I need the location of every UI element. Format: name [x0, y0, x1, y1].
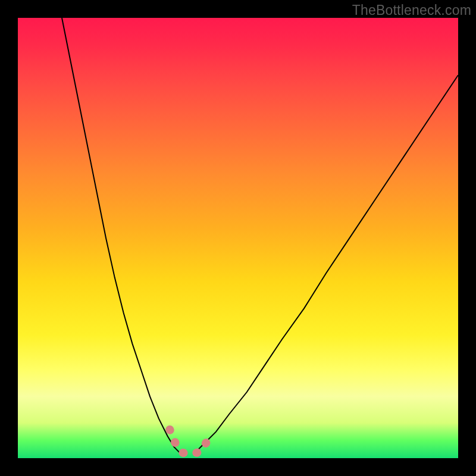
valley-highlight-marker [170, 430, 209, 454]
watermark-text: TheBottleneck.com [352, 2, 471, 18]
curve-svg [18, 18, 458, 458]
curve-right-branch [194, 75, 458, 453]
curve-left-branch [62, 18, 181, 454]
plot-area [18, 18, 458, 458]
outer-frame: TheBottleneck.com [0, 0, 476, 476]
